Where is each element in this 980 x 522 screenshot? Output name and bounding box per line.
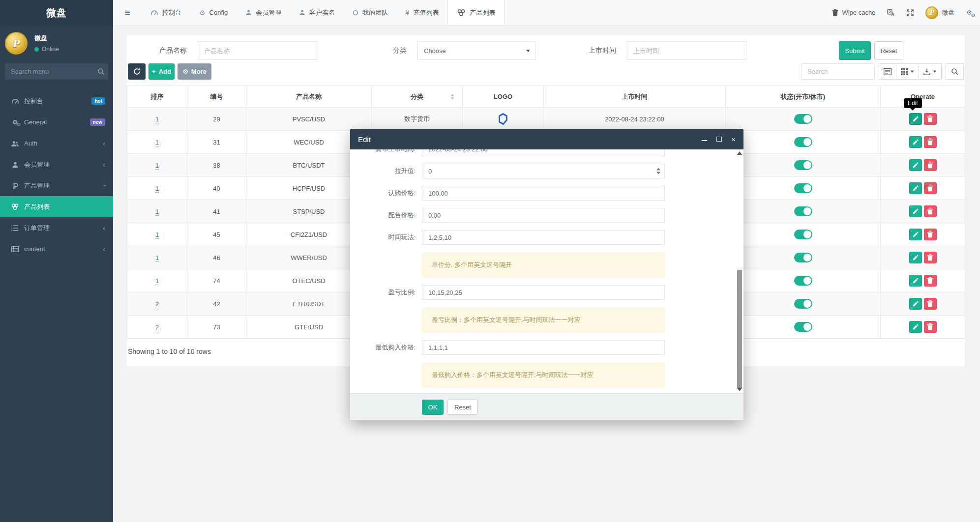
- user-menu[interactable]: P 微盘: [925, 6, 954, 19]
- field-input-1[interactable]: [422, 164, 665, 178]
- delete-button[interactable]: [924, 113, 937, 125]
- sidebar-item-6[interactable]: 订单管理‹: [0, 217, 113, 238]
- sort-link[interactable]: 1: [155, 254, 159, 262]
- restore-icon[interactable]: [716, 136, 722, 143]
- minimize-icon[interactable]: [702, 136, 707, 143]
- table-search-input[interactable]: [801, 63, 875, 80]
- delete-button[interactable]: [924, 321, 937, 333]
- sort-link[interactable]: 1: [155, 231, 159, 239]
- edit-button[interactable]: [909, 321, 922, 333]
- status-toggle[interactable]: [794, 183, 812, 193]
- status-toggle[interactable]: [794, 276, 812, 286]
- close-icon[interactable]: ×: [731, 136, 736, 143]
- export-button[interactable]: [919, 63, 942, 80]
- sort-link[interactable]: 1: [155, 139, 159, 146]
- scrollbar-thumb[interactable]: [737, 270, 742, 388]
- sort-link[interactable]: 1: [155, 162, 159, 170]
- edit-button[interactable]: [909, 252, 922, 263]
- edit-button[interactable]: [909, 113, 922, 125]
- delete-button[interactable]: [924, 159, 937, 171]
- sidebar-item-0[interactable]: 控制台hot: [0, 90, 113, 112]
- delete-button[interactable]: [924, 252, 937, 263]
- sidebar-item-2[interactable]: Auth‹: [0, 133, 113, 154]
- status-toggle[interactable]: [794, 114, 812, 124]
- edit-button[interactable]: [909, 136, 922, 148]
- field-input-2[interactable]: [422, 186, 665, 201]
- sidebar-search[interactable]: [5, 63, 108, 80]
- search-button[interactable]: [946, 63, 964, 80]
- detail-view-icon: [884, 68, 891, 75]
- pencil-icon: [912, 277, 919, 284]
- field-input-6[interactable]: [422, 285, 665, 300]
- number-spinner-icon[interactable]: [656, 168, 660, 174]
- delete-button[interactable]: [924, 205, 937, 217]
- status-toggle[interactable]: [794, 253, 812, 262]
- scroll-up-arrow[interactable]: [737, 151, 742, 155]
- tab-4[interactable]: 我的团队: [344, 0, 397, 25]
- delete-button[interactable]: [924, 229, 937, 240]
- edit-button[interactable]: [909, 275, 922, 287]
- refresh-button[interactable]: [128, 63, 146, 80]
- status-toggle[interactable]: [794, 230, 812, 239]
- field-input-3[interactable]: [422, 208, 665, 223]
- reset-button[interactable]: Reset: [874, 41, 903, 60]
- wipe-cache-button[interactable]: Wipe cache: [832, 9, 875, 16]
- tab-2[interactable]: 会员管理: [237, 0, 290, 25]
- sort-link[interactable]: 2: [155, 300, 159, 308]
- cell-sort: 1: [127, 108, 187, 131]
- language-icon[interactable]: [887, 9, 895, 16]
- sort-icons[interactable]: [450, 94, 454, 100]
- tab-0[interactable]: 控制台: [142, 0, 190, 25]
- detail-view-button[interactable]: [879, 63, 896, 80]
- add-button[interactable]: +Add: [148, 63, 175, 80]
- sort-link[interactable]: 2: [155, 323, 159, 331]
- edit-button[interactable]: [909, 229, 922, 240]
- column-header-3[interactable]: 分类: [372, 86, 463, 108]
- hamburger-menu-icon[interactable]: ≡: [113, 0, 142, 25]
- list-time-input[interactable]: [627, 41, 746, 60]
- columns-button[interactable]: [896, 63, 919, 80]
- edit-button[interactable]: [909, 298, 922, 310]
- tab-3[interactable]: 客户实名: [290, 0, 344, 25]
- sidebar: 微盘 P 微盘 Online 控制台hot⚙⚙GeneralnewAuth‹会员…: [0, 0, 113, 522]
- sort-link[interactable]: 1: [155, 208, 159, 216]
- edit-button[interactable]: [909, 159, 922, 171]
- tab-1[interactable]: ⚙Config: [190, 0, 237, 25]
- ok-button[interactable]: OK: [422, 400, 444, 415]
- field-input-8[interactable]: [422, 340, 665, 355]
- sidebar-item-5[interactable]: 产品列表: [0, 196, 113, 217]
- trash-icon: [927, 300, 933, 307]
- submit-button[interactable]: Submit: [839, 41, 871, 60]
- sidebar-item-1[interactable]: ⚙⚙Generalnew: [0, 112, 113, 133]
- status-toggle[interactable]: [794, 299, 812, 309]
- delete-button[interactable]: [924, 298, 937, 310]
- sort-link[interactable]: 1: [155, 277, 159, 285]
- edit-button[interactable]: [909, 182, 922, 194]
- category-select[interactable]: Choose: [417, 41, 535, 60]
- status-toggle[interactable]: [794, 322, 812, 332]
- delete-button[interactable]: [924, 275, 937, 287]
- sort-link[interactable]: 1: [155, 185, 159, 193]
- tab-6[interactable]: 产品列表: [447, 0, 505, 25]
- tab-5[interactable]: ¥充值列表: [397, 0, 447, 25]
- field-input-0[interactable]: [422, 149, 665, 156]
- field-input-4[interactable]: [422, 230, 665, 245]
- fullscreen-icon[interactable]: [907, 9, 914, 16]
- sidebar-item-7[interactable]: content‹: [0, 238, 113, 260]
- product-name-input[interactable]: [198, 41, 317, 60]
- edit-button[interactable]: [909, 205, 922, 217]
- more-button[interactable]: ⚙More: [178, 63, 211, 80]
- sidebar-search-input[interactable]: [11, 68, 97, 75]
- delete-button[interactable]: [924, 136, 937, 148]
- sidebar-item-4[interactable]: 产品管理‹: [0, 175, 113, 196]
- content-icon: [11, 246, 19, 252]
- modal-reset-button[interactable]: Reset: [447, 400, 478, 415]
- status-toggle[interactable]: [794, 137, 812, 147]
- sort-link[interactable]: 1: [155, 116, 159, 123]
- settings-gears-icon[interactable]: ⚙⚙: [966, 9, 972, 16]
- status-toggle[interactable]: [794, 206, 812, 216]
- delete-button[interactable]: [924, 182, 937, 194]
- scroll-down-arrow[interactable]: [737, 388, 742, 391]
- status-toggle[interactable]: [794, 160, 812, 170]
- sidebar-item-3[interactable]: 会员管理‹: [0, 154, 113, 175]
